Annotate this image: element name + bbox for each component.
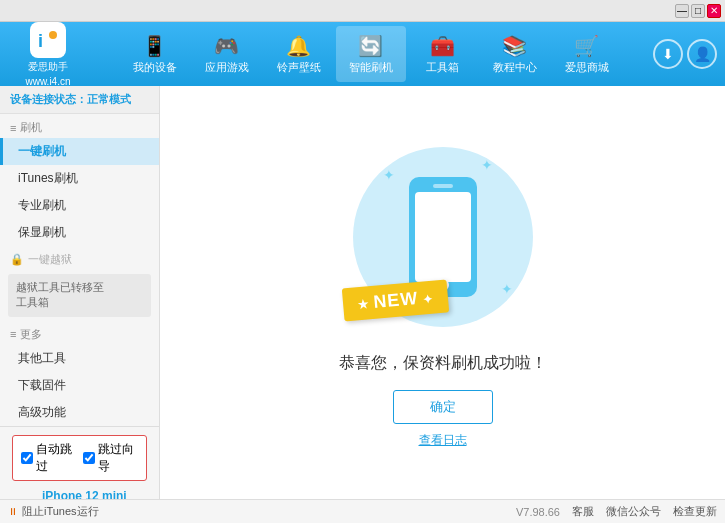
browse-log-link[interactable]: 查看日志: [419, 432, 467, 449]
sidebar-item-download-firmware[interactable]: 下载固件: [0, 372, 159, 399]
sparkle-1: ✦: [383, 167, 395, 183]
user-button[interactable]: 👤: [687, 39, 717, 69]
title-bar: — □ ✕: [0, 0, 725, 22]
logo-icon: i: [30, 22, 66, 58]
bottom-right: V7.98.66 客服 微信公众号 检查更新: [516, 504, 717, 519]
nav-toolbox-label: 工具箱: [426, 60, 459, 75]
download-button[interactable]: ⬇: [653, 39, 683, 69]
logo[interactable]: i 爱思助手 www.i4.cn: [8, 22, 88, 87]
section-flash-icon: ≡: [10, 122, 16, 134]
customer-service-link[interactable]: 客服: [572, 504, 594, 519]
nav-smart-flash[interactable]: 🔄 智能刷机: [336, 26, 406, 82]
sidebar-status: 设备连接状态：正常模式: [0, 86, 159, 114]
bottom-bar: 阻止iTunes运行 V7.98.66 客服 微信公众号 检查更新: [0, 499, 725, 523]
toolbox-icon: 🧰: [430, 34, 455, 58]
sidebar-item-pro-flash[interactable]: 专业刷机: [0, 192, 159, 219]
device-info: 📱 iPhone 12 mini 64GB Down-12mini-13,1: [6, 485, 153, 499]
nav-my-device[interactable]: 📱 我的设备: [120, 26, 190, 82]
phone-illustration: ✦ ✦ ✦ NEW: [343, 137, 543, 337]
tutorial-icon: 📚: [502, 34, 527, 58]
auto-jump-checkbox[interactable]: 自动跳过: [21, 441, 77, 475]
check-update-link[interactable]: 检查更新: [673, 504, 717, 519]
smart-flash-icon: 🔄: [358, 34, 383, 58]
nav-toolbox[interactable]: 🧰 工具箱: [408, 26, 478, 82]
svg-point-2: [49, 31, 57, 39]
phone-speaker: [433, 184, 453, 188]
sidebar-item-save-flash[interactable]: 保显刷机: [0, 219, 159, 246]
sidebar-item-other-tools[interactable]: 其他工具: [0, 345, 159, 372]
device-icon: 📱: [142, 34, 167, 58]
logo-name: 爱思助手: [28, 60, 68, 74]
lock-icon: 🔒: [10, 253, 24, 266]
status-value: 正常模式: [87, 93, 131, 105]
minimize-button[interactable]: —: [675, 4, 689, 18]
nav-store[interactable]: 🛒 爱思商城: [552, 26, 622, 82]
confirm-button[interactable]: 确定: [393, 390, 493, 424]
auto-jump-input[interactable]: [21, 452, 33, 464]
logo-url: www.i4.cn: [25, 76, 70, 87]
nav-ringtones[interactable]: 🔔 铃声壁纸: [264, 26, 334, 82]
ringtones-icon: 🔔: [286, 34, 311, 58]
phone-screen: [415, 192, 471, 282]
section-flash-title: ≡ 刷机: [0, 114, 159, 138]
checkbox-row: 自动跳过 跳过向导: [12, 435, 147, 481]
nav-items: 📱 我的设备 🎮 应用游戏 🔔 铃声壁纸 🔄 智能刷机 🧰 工具箱 📚 教程中心…: [96, 26, 645, 82]
status-label: 设备连接状态：: [10, 93, 87, 105]
jailbreak-notice: 越狱工具已转移至 工具箱: [8, 274, 151, 317]
sidebar-item-itunes-flash[interactable]: iTunes刷机: [0, 165, 159, 192]
device-name: iPhone 12 mini: [42, 489, 139, 499]
itunes-status[interactable]: 阻止iTunes运行: [8, 504, 99, 519]
nav-my-device-label: 我的设备: [133, 60, 177, 75]
sidebar-item-advanced[interactable]: 高级功能: [0, 399, 159, 426]
section-jailbreak-title: 🔒 一键越狱: [0, 246, 159, 270]
phone-body: [409, 177, 477, 297]
sidebar-footer: 自动跳过 跳过向导 📱 iPhone 12 mini 64GB Down-12m…: [0, 426, 159, 499]
sidebar-item-one-key-flash[interactable]: 一键刷机: [0, 138, 159, 165]
sparkle-2: ✦: [481, 157, 493, 173]
nav-smart-flash-label: 智能刷机: [349, 60, 393, 75]
version-label: V7.98.66: [516, 506, 560, 518]
header: i 爱思助手 www.i4.cn 📱 我的设备 🎮 应用游戏 🔔 铃声壁纸 🔄 …: [0, 22, 725, 86]
sparkle-3: ✦: [501, 281, 513, 297]
close-button[interactable]: ✕: [707, 4, 721, 18]
nav-tutorial-label: 教程中心: [493, 60, 537, 75]
more-icon: ≡: [10, 328, 16, 340]
store-icon: 🛒: [574, 34, 599, 58]
nav-apps-games[interactable]: 🎮 应用游戏: [192, 26, 262, 82]
nav-tutorial[interactable]: 📚 教程中心: [480, 26, 550, 82]
nav-ringtones-label: 铃声壁纸: [277, 60, 321, 75]
skip-wizard-checkbox[interactable]: 跳过向导: [83, 441, 139, 475]
content-area: ✦ ✦ ✦ NEW 恭喜您，保资料刷机成功啦！ 确定 查看日志: [160, 86, 725, 499]
svg-text:i: i: [38, 31, 43, 51]
success-text: 恭喜您，保资料刷机成功啦！: [339, 353, 547, 374]
section-more-title: ≡ 更多: [0, 321, 159, 345]
nav-store-label: 爱思商城: [565, 60, 609, 75]
nav-right-buttons: ⬇ 👤: [653, 39, 717, 69]
nav-apps-label: 应用游戏: [205, 60, 249, 75]
apps-icon: 🎮: [214, 34, 239, 58]
skip-wizard-input[interactable]: [83, 452, 95, 464]
wechat-link[interactable]: 微信公众号: [606, 504, 661, 519]
maximize-button[interactable]: □: [691, 4, 705, 18]
sidebar: 设备连接状态：正常模式 ≡ 刷机 一键刷机 iTunes刷机 专业刷机 保显刷机…: [0, 86, 160, 499]
